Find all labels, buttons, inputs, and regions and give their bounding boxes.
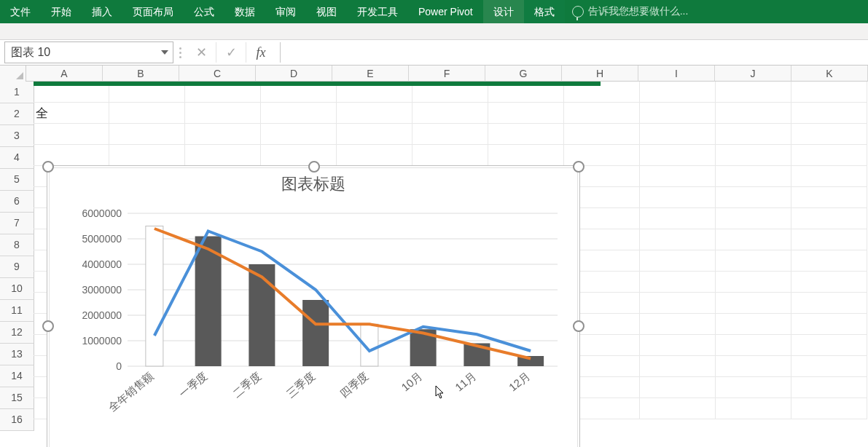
row-header-5[interactable]: 5	[0, 169, 34, 191]
svg-text:12月: 12月	[507, 369, 532, 393]
column-headers: A B C D E F G H I J K	[0, 66, 868, 82]
name-box-value: 图表 10	[11, 45, 50, 60]
svg-text:11月: 11月	[453, 369, 478, 393]
row-header-6[interactable]: 6	[0, 191, 34, 213]
svg-text:6000000: 6000000	[82, 207, 122, 219]
col-header-D[interactable]: D	[256, 66, 332, 82]
ribbon: 文件 开始 插入 页面布局 公式 数据 审阅 视图 开发工具 Power Piv…	[0, 0, 868, 23]
row-headers: 12345678910111213141516	[0, 82, 34, 431]
cell-A2[interactable]: 全	[34, 103, 109, 124]
chart-title[interactable]: 图表标题	[47, 173, 579, 195]
col-header-K[interactable]: K	[791, 66, 868, 82]
col-header-A[interactable]: A	[26, 66, 103, 82]
resize-handle-tm[interactable]	[308, 161, 320, 173]
worksheet-area[interactable]: A B C D E F G H I J K 123456789101112131…	[0, 66, 868, 447]
svg-text:3000000: 3000000	[82, 284, 122, 296]
resize-handle-tr[interactable]	[573, 161, 584, 173]
row-header-4[interactable]: 4	[0, 147, 34, 169]
tellme-placeholder: 告诉我您想要做什么...	[588, 5, 689, 18]
name-box[interactable]: 图表 10	[4, 41, 173, 63]
tab-formulas[interactable]: 公式	[184, 0, 224, 23]
row-header-7[interactable]: 7	[0, 213, 34, 234]
ribbon-subbar	[0, 23, 868, 40]
tab-design[interactable]: 设计	[483, 0, 524, 23]
lightbulb-icon	[572, 6, 584, 17]
row-header-1[interactable]: 1	[0, 82, 34, 103]
tab-view[interactable]: 视图	[306, 0, 347, 23]
select-all-corner[interactable]	[0, 66, 26, 82]
svg-text:0: 0	[116, 360, 122, 372]
formula-bar: 图表 10 ✕ ✓ fx	[0, 40, 868, 66]
svg-text:5000000: 5000000	[82, 233, 122, 245]
svg-text:一季度: 一季度	[176, 369, 209, 400]
col-header-J[interactable]: J	[715, 66, 791, 82]
resize-handle-lm[interactable]	[42, 320, 54, 332]
svg-text:2000000: 2000000	[82, 309, 122, 321]
tab-insert[interactable]: 插入	[82, 0, 122, 23]
formula-confirm-button[interactable]: ✓	[216, 42, 246, 63]
row-header-3[interactable]: 3	[0, 125, 34, 147]
tab-home[interactable]: 开始	[41, 0, 82, 23]
resize-handle-tl[interactable]	[42, 161, 54, 173]
chart-plot-area[interactable]: 0100000020000003000000400000050000006000…	[62, 206, 565, 421]
row-header-14[interactable]: 14	[0, 365, 34, 387]
svg-text:三季度: 三季度	[284, 369, 317, 400]
row-header-10[interactable]: 10	[0, 278, 34, 300]
tab-data[interactable]: 数据	[224, 0, 265, 23]
svg-rect-16	[195, 237, 222, 367]
tab-pagelayout[interactable]: 页面布局	[122, 0, 184, 23]
chart-svg: 0100000020000003000000400000050000006000…	[62, 206, 565, 421]
col-header-H[interactable]: H	[562, 66, 638, 82]
formula-input[interactable]	[280, 42, 868, 63]
tab-review[interactable]: 审阅	[265, 0, 306, 23]
chevron-down-icon[interactable]	[161, 50, 168, 55]
namebox-resize-handle[interactable]	[173, 47, 187, 58]
tab-format[interactable]: 格式	[524, 0, 565, 23]
row-header-11[interactable]: 11	[0, 300, 34, 322]
col-header-G[interactable]: G	[485, 66, 562, 82]
col-header-C[interactable]: C	[179, 66, 256, 82]
col-header-F[interactable]: F	[409, 66, 485, 82]
resize-handle-rm[interactable]	[573, 320, 584, 332]
tab-powerpivot[interactable]: Power Pivot	[408, 0, 483, 23]
svg-rect-14	[146, 226, 163, 367]
formula-cancel-button[interactable]: ✕	[187, 42, 216, 63]
svg-rect-18	[302, 300, 329, 366]
col-header-E[interactable]: E	[332, 66, 409, 82]
tab-developer[interactable]: 开发工具	[347, 0, 408, 23]
svg-text:1000000: 1000000	[82, 335, 122, 347]
insert-function-button[interactable]: fx	[246, 42, 275, 63]
row-header-9[interactable]: 9	[0, 256, 34, 278]
chart-object[interactable]: 图表标题 01000000200000030000004000000500000…	[47, 165, 580, 447]
chart-data-highlight	[34, 82, 601, 86]
row-header-15[interactable]: 15	[0, 387, 34, 409]
col-header-I[interactable]: I	[638, 66, 715, 82]
col-header-B[interactable]: B	[103, 66, 179, 82]
tellme-search[interactable]: 告诉我您想要做什么...	[565, 5, 868, 18]
svg-text:二季度: 二季度	[230, 369, 263, 400]
svg-text:4000000: 4000000	[82, 258, 122, 270]
row-header-12[interactable]: 12	[0, 322, 34, 344]
svg-text:四季度: 四季度	[337, 369, 370, 400]
row-header-13[interactable]: 13	[0, 344, 34, 365]
tab-file[interactable]: 文件	[0, 0, 41, 23]
svg-text:全年销售额: 全年销售额	[106, 369, 155, 414]
row-header-8[interactable]: 8	[0, 234, 34, 256]
row-header-2[interactable]: 2	[0, 103, 34, 125]
row-header-16[interactable]: 16	[0, 409, 34, 431]
svg-rect-17	[249, 264, 275, 366]
svg-text:10月: 10月	[399, 369, 424, 393]
